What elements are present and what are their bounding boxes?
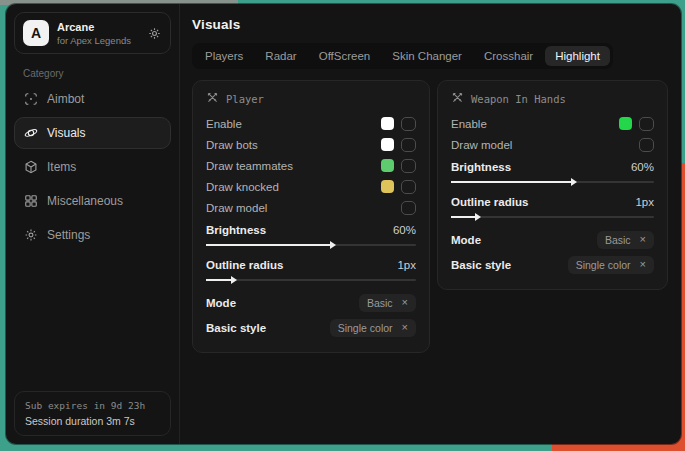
toggle-label: Draw bots	[206, 139, 258, 151]
slider-track[interactable]	[206, 279, 416, 281]
sub-expiry-text: Sub expires in 9d 23h	[25, 400, 160, 411]
toggle-row: Enable	[451, 113, 654, 134]
gear-icon	[24, 228, 38, 242]
slider-block: Brightness 60%	[206, 220, 416, 246]
selected-option-chip[interactable]: Single color ×	[568, 256, 654, 274]
chip-row-label: Mode	[451, 234, 481, 246]
slider-block: Brightness 60%	[451, 157, 654, 183]
checkbox[interactable]	[401, 138, 416, 152]
sidebar-item-label: Visuals	[47, 126, 85, 140]
slider-value: 1px	[397, 259, 416, 271]
color-swatch[interactable]	[381, 138, 394, 151]
slider-thumb[interactable]	[330, 241, 336, 249]
cube-icon	[24, 160, 38, 174]
slider-thumb[interactable]	[231, 276, 237, 284]
app-subtitle: for Apex Legends	[57, 35, 138, 46]
main-content: Visuals PlayersRadarOffScreenSkin Change…	[180, 4, 681, 444]
panels-container: Player Enable Draw bots Draw teammates D…	[192, 80, 669, 353]
tab-offscreen[interactable]: OffScreen	[309, 46, 381, 66]
sidebar-item-visuals[interactable]: Visuals	[14, 117, 171, 149]
sidebar-item-label: Miscellaneous	[47, 194, 123, 208]
sidebar-item-settings[interactable]: Settings	[14, 219, 171, 251]
slider-value: 60%	[631, 161, 654, 173]
sidebar: A Arcane for Apex Legends Category Aimbo…	[6, 4, 180, 444]
checkbox[interactable]	[401, 180, 416, 194]
selected-option-chip[interactable]: Basic ×	[597, 231, 654, 249]
toggle-label: Enable	[451, 118, 487, 130]
color-swatch[interactable]	[381, 117, 394, 130]
chip-row-label: Basic style	[206, 322, 266, 334]
app-logo: A	[23, 20, 49, 46]
panel-title: Weapon In Hands	[471, 93, 566, 105]
chip-value: Basic	[367, 297, 393, 309]
slider-fill	[451, 181, 573, 183]
sidebar-item-aimbot[interactable]: Aimbot	[14, 83, 171, 115]
checkbox[interactable]	[639, 138, 654, 152]
close-icon[interactable]: ×	[640, 259, 646, 270]
toggle-label: Enable	[206, 118, 242, 130]
grid-icon	[24, 194, 38, 208]
swords-icon	[451, 91, 464, 106]
slider-track[interactable]	[451, 181, 654, 183]
slider-track[interactable]	[451, 216, 654, 218]
sidebar-item-miscellaneous[interactable]: Miscellaneous	[14, 185, 171, 217]
close-icon[interactable]: ×	[640, 234, 646, 245]
app-name: Arcane	[57, 21, 138, 33]
crosshair-icon	[24, 92, 38, 106]
selected-option-chip[interactable]: Basic ×	[359, 294, 416, 312]
chip-value: Basic	[605, 234, 631, 246]
tab-skin-changer[interactable]: Skin Changer	[382, 46, 472, 66]
slider-value: 60%	[393, 224, 416, 236]
slider-thumb[interactable]	[571, 178, 577, 186]
close-icon[interactable]: ×	[402, 297, 408, 308]
chip-row: Basic style Single color ×	[206, 315, 416, 340]
tab-players[interactable]: Players	[195, 46, 253, 66]
app-window: A Arcane for Apex Legends Category Aimbo…	[6, 4, 681, 444]
tab-highlight[interactable]: Highlight	[545, 46, 610, 66]
toggle-row: Draw model	[206, 197, 416, 218]
chip-row: Basic style Single color ×	[451, 252, 654, 277]
toggle-label: Draw model	[451, 139, 512, 151]
orbit-icon	[24, 126, 38, 140]
color-swatch[interactable]	[381, 180, 394, 193]
slider-label: Brightness	[451, 161, 511, 173]
tab-crosshair[interactable]: Crosshair	[474, 46, 543, 66]
color-swatch[interactable]	[381, 159, 394, 172]
chip-value: Single color	[576, 259, 631, 271]
category-label: Category	[23, 68, 171, 79]
checkbox[interactable]	[401, 159, 416, 173]
page-title: Visuals	[192, 17, 669, 32]
slider-fill	[206, 244, 332, 246]
slider-fill	[451, 216, 477, 218]
settings-gear-icon[interactable]	[146, 25, 162, 41]
checkbox[interactable]	[401, 117, 416, 131]
panel-weapon-in-hands: Weapon In Hands Enable Draw model Bright…	[437, 80, 668, 290]
slider-fill	[206, 279, 233, 281]
session-duration-text: Session duration 3m 7s	[25, 415, 160, 427]
slider-track[interactable]	[206, 244, 416, 246]
toggle-row: Enable	[206, 113, 416, 134]
checkbox[interactable]	[639, 117, 654, 131]
sidebar-item-label: Aimbot	[47, 92, 84, 106]
toggle-label: Draw knocked	[206, 181, 279, 193]
checkbox[interactable]	[401, 201, 416, 215]
color-swatch[interactable]	[619, 117, 632, 130]
chip-value: Single color	[338, 322, 393, 334]
panel-title: Player	[226, 93, 264, 105]
tab-radar[interactable]: Radar	[255, 46, 306, 66]
slider-value: 1px	[635, 196, 654, 208]
selected-option-chip[interactable]: Single color ×	[330, 319, 416, 337]
chip-row-label: Mode	[206, 297, 236, 309]
slider-label: Outline radius	[451, 196, 528, 208]
panel-player: Player Enable Draw bots Draw teammates D…	[192, 80, 430, 353]
app-header-card: A Arcane for Apex Legends	[14, 12, 171, 54]
chip-row-label: Basic style	[451, 259, 511, 271]
close-icon[interactable]: ×	[402, 322, 408, 333]
sidebar-item-items[interactable]: Items	[14, 151, 171, 183]
tab-bar: PlayersRadarOffScreenSkin ChangerCrossha…	[192, 43, 613, 69]
slider-thumb[interactable]	[475, 213, 481, 221]
slider-label: Brightness	[206, 224, 266, 236]
sidebar-item-label: Items	[47, 160, 76, 174]
subscription-card: Sub expires in 9d 23h Session duration 3…	[14, 391, 171, 436]
swords-icon	[206, 91, 219, 106]
